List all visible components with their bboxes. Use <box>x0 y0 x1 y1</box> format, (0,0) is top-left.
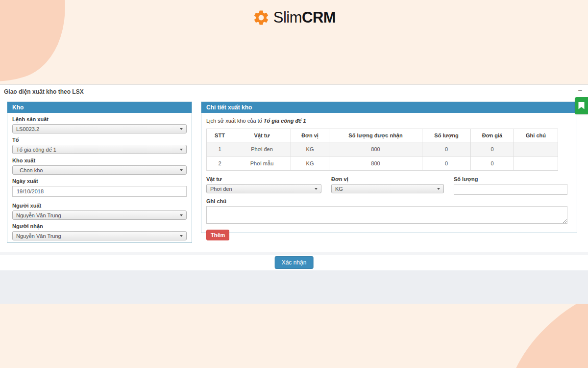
team-label: Tổ <box>12 137 187 143</box>
table-cell: 800 <box>329 157 422 171</box>
col-header-stt: STT <box>207 129 233 142</box>
material-label: Vật tư <box>206 177 321 182</box>
unit-select[interactable]: KG <box>331 184 444 193</box>
exporter-select[interactable]: Nguyễn Văn Trung <box>12 210 187 220</box>
production-order-value: LS0023.2 <box>16 126 39 132</box>
chevron-down-icon <box>180 128 183 130</box>
table-cell: KG <box>291 157 329 171</box>
export-date-label: Ngày xuất <box>12 179 187 184</box>
team-value: Tổ gia công đế 1 <box>16 147 56 153</box>
history-caption-team: Tổ gia công đế 1 <box>264 118 306 124</box>
receiver-group: Người nhận Nguyễn Văn Trung <box>12 224 187 240</box>
quantity-group: Số lượng <box>454 177 567 195</box>
chevron-down-icon <box>180 235 183 237</box>
col-header-qty-received: Số lượng được nhận <box>329 129 422 142</box>
quantity-input[interactable] <box>454 184 567 195</box>
history-caption-prefix: Lịch sử xuất kho của tổ <box>206 118 264 124</box>
add-item-row: Vật tư Phơi đen Đơn vị KG Số lượng <box>206 177 572 195</box>
export-warehouse-group: Kho xuất --Chọn kho-- <box>12 158 187 175</box>
export-warehouse-select[interactable]: --Chọn kho-- <box>12 165 187 175</box>
warehouse-panel: Kho Lệnh sản xuất LS0023.2 Tổ Tổ gia côn… <box>7 102 192 243</box>
minimize-icon[interactable]: – <box>578 86 582 94</box>
table-cell: 1 <box>207 142 233 157</box>
unit-value: KG <box>335 186 343 192</box>
chevron-down-icon <box>437 188 440 190</box>
brand-name-crm: CRM <box>302 9 336 26</box>
chevron-down-icon <box>180 169 183 171</box>
note-label: Ghi chú <box>206 199 572 204</box>
note-textarea[interactable] <box>206 206 567 224</box>
table-cell: Phơi đen <box>233 142 291 157</box>
footer-divider <box>0 252 588 255</box>
table-cell: 0 <box>471 142 514 157</box>
confirm-button[interactable]: Xác nhận <box>275 256 314 269</box>
table-row: 2 Phơi mẫu KG 800 0 0 <box>207 157 558 171</box>
unit-label: Đơn vị <box>331 177 444 182</box>
exporter-label: Người xuất <box>12 203 187 209</box>
bookmark-button[interactable] <box>575 97 588 114</box>
page-title: Giao diện xuất kho theo LSX <box>4 88 84 95</box>
page-background-band <box>0 270 588 304</box>
table-row: 1 Phơi đen KG 800 0 0 <box>207 142 558 157</box>
col-header-unit-price: Đơn giá <box>471 129 514 142</box>
col-header-note: Ghi chú <box>514 129 558 142</box>
brand-name: SlimCRM <box>273 9 336 26</box>
history-table: STT Vật tư Đơn vị Số lượng được nhận Số … <box>206 129 558 171</box>
chevron-down-icon <box>180 149 183 151</box>
material-select[interactable]: Phơi đen <box>206 184 321 193</box>
export-warehouse-label: Kho xuất <box>12 158 187 163</box>
table-header-row: STT Vật tư Đơn vị Số lượng được nhận Số … <box>207 129 558 142</box>
export-warehouse-value: --Chọn kho-- <box>16 167 47 173</box>
add-button[interactable]: Thêm <box>206 230 229 240</box>
table-cell: 2 <box>207 157 233 171</box>
export-detail-panel-title: Chi tiết xuất kho <box>201 102 577 113</box>
brand-logo: SlimCRM <box>0 9 588 26</box>
warehouse-panel-title: Kho <box>7 102 192 113</box>
table-cell: 0 <box>471 157 514 171</box>
table-cell: 0 <box>422 142 471 157</box>
team-select[interactable]: Tổ gia công đế 1 <box>12 145 187 154</box>
col-header-unit: Đơn vị <box>291 129 329 142</box>
receiver-value: Nguyễn Văn Trung <box>16 233 61 239</box>
chevron-down-icon <box>180 214 183 216</box>
team-group: Tổ Tổ gia công đế 1 <box>12 137 187 154</box>
brand-name-slim: Slim <box>273 9 302 26</box>
history-caption: Lịch sử xuất kho của tổ Tổ gia công đế 1 <box>206 118 572 124</box>
col-header-qty: Số lượng <box>422 129 471 142</box>
exporter-value: Nguyễn Văn Trung <box>16 212 61 218</box>
export-date-input[interactable] <box>12 186 187 197</box>
table-cell: Phơi mẫu <box>233 157 291 171</box>
export-date-group: Ngày xuất <box>12 179 187 197</box>
gear-icon <box>252 9 270 26</box>
material-value: Phơi đen <box>210 186 232 192</box>
exporter-group: Người xuất Nguyễn Văn Trung <box>12 203 187 220</box>
note-group: Ghi chú <box>206 199 572 226</box>
production-order-select[interactable]: LS0023.2 <box>12 124 187 133</box>
material-group: Vật tư Phơi đen <box>206 177 321 195</box>
chevron-down-icon <box>315 188 318 190</box>
receiver-label: Người nhận <box>12 224 187 229</box>
receiver-select[interactable]: Nguyễn Văn Trung <box>12 231 187 240</box>
content-sheet: Giao diện xuất kho theo LSX – Kho Lệnh s… <box>0 84 588 270</box>
table-cell: KG <box>291 142 329 157</box>
quantity-label: Số lượng <box>454 177 567 182</box>
table-cell <box>514 142 558 157</box>
table-cell: 0 <box>422 157 471 171</box>
production-order-group: Lệnh sản xuất LS0023.2 <box>12 117 187 133</box>
bookmark-icon <box>578 102 585 109</box>
warehouse-panel-body: Lệnh sản xuất LS0023.2 Tổ Tổ gia công đế… <box>7 113 192 248</box>
col-header-material: Vật tư <box>233 129 291 142</box>
export-detail-panel-body: Lịch sử xuất kho của tổ Tổ gia công đế 1… <box>201 113 577 244</box>
export-detail-panel: Chi tiết xuất kho Lịch sử xuất kho của t… <box>201 102 577 233</box>
production-order-label: Lệnh sản xuất <box>12 117 187 122</box>
table-cell <box>514 157 558 171</box>
unit-group: Đơn vị KG <box>331 177 444 195</box>
table-cell: 800 <box>329 142 422 157</box>
